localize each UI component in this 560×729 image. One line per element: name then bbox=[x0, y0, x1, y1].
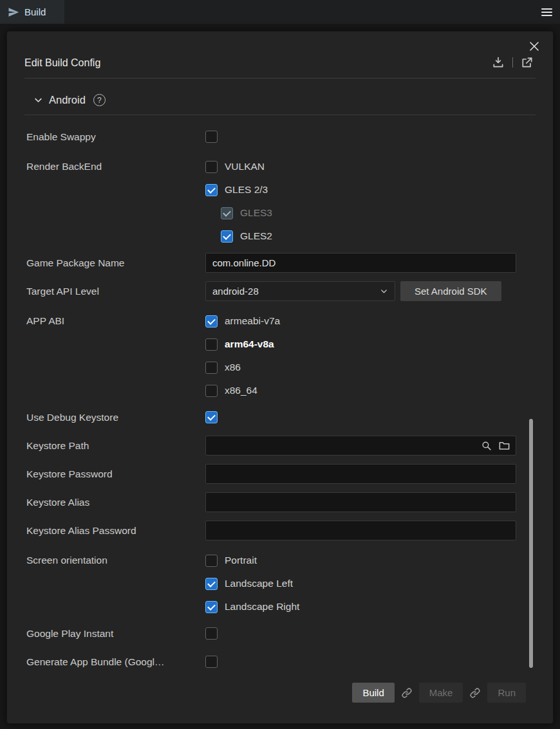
keystore-alias-password-input[interactable] bbox=[205, 521, 516, 540]
row-use-debug-keystore: Use Debug Keystore bbox=[24, 407, 536, 427]
link-icon[interactable] bbox=[469, 687, 481, 699]
option-gles2[interactable]: GLES2 bbox=[221, 225, 536, 248]
generate-app-bundle-checkbox[interactable] bbox=[205, 656, 218, 668]
gles2-checkbox[interactable] bbox=[221, 230, 233, 243]
header-separator bbox=[24, 78, 536, 78]
panel-tab-bar: Build bbox=[0, 0, 560, 24]
row-keystore-alias: Keystore Alias bbox=[24, 492, 536, 512]
row-keystore-path: Keystore Path bbox=[24, 436, 536, 456]
keystore-alias-input[interactable] bbox=[205, 492, 516, 512]
link-icon[interactable] bbox=[401, 687, 413, 699]
row-render-backend: Render BackEnd VULKAN GLES 2/3 GLES3 bbox=[24, 155, 536, 248]
chevron-down-icon bbox=[380, 287, 388, 295]
field-label: Google Play Instant bbox=[24, 623, 205, 643]
field-label: Keystore Alias Password bbox=[24, 521, 205, 540]
x86-64-checkbox[interactable] bbox=[205, 385, 218, 397]
scrollbar-thumb[interactable] bbox=[529, 419, 533, 668]
x86-checkbox[interactable] bbox=[205, 362, 218, 374]
use-debug-keystore-checkbox[interactable] bbox=[205, 411, 218, 423]
edit-build-config-dialog: Edit Build Config Android Enable bbox=[6, 31, 554, 724]
row-target-api-level: Target API Level android-28 Set Android … bbox=[24, 281, 536, 301]
vulkan-checkbox[interactable] bbox=[205, 161, 218, 173]
target-api-level-select[interactable]: android-28 bbox=[205, 281, 395, 301]
option-landscape-right[interactable]: Landscape Right bbox=[205, 595, 536, 618]
landscape-left-checkbox[interactable] bbox=[205, 578, 218, 590]
option-x86[interactable]: x86 bbox=[205, 356, 536, 379]
help-icon[interactable] bbox=[93, 94, 106, 106]
field-label: Keystore Path bbox=[24, 436, 205, 456]
option-armeabi-v7a[interactable]: armeabi-v7a bbox=[205, 309, 536, 333]
dialog-header: Edit Build Config bbox=[7, 32, 553, 78]
row-game-package-name: Game Package Name bbox=[24, 253, 536, 273]
row-generate-app-bundle: Generate App Bundle (Googl… bbox=[24, 652, 536, 672]
chevron-down-icon[interactable] bbox=[33, 95, 43, 105]
build-config-form: Enable Swappy Render BackEnd VULKAN GLES… bbox=[7, 115, 553, 672]
build-button[interactable]: Build bbox=[352, 683, 394, 703]
field-label: APP ABI bbox=[24, 309, 205, 333]
section-header-android[interactable]: Android bbox=[24, 89, 536, 115]
armeabi-v7a-checkbox[interactable] bbox=[205, 315, 218, 328]
keystore-password-input[interactable] bbox=[205, 464, 516, 484]
landscape-right-checkbox[interactable] bbox=[205, 601, 218, 613]
gles23-checkbox[interactable] bbox=[205, 184, 218, 196]
arm64-v8a-checkbox[interactable] bbox=[205, 338, 218, 351]
portrait-checkbox[interactable] bbox=[205, 555, 218, 567]
option-vulkan[interactable]: VULKAN bbox=[205, 155, 536, 178]
field-label: Screen orientation bbox=[24, 549, 205, 572]
tab-build-label: Build bbox=[24, 6, 46, 17]
section-title: Android bbox=[49, 94, 86, 106]
row-keystore-password: Keystore Password bbox=[24, 464, 536, 484]
option-arm64-v8a[interactable]: arm64-v8a bbox=[205, 333, 536, 356]
option-x86-64[interactable]: x86_64 bbox=[205, 379, 536, 402]
panel-menu-button[interactable] bbox=[534, 0, 560, 24]
field-label: Generate App Bundle (Googl… bbox=[24, 652, 205, 672]
enable-swappy-checkbox[interactable] bbox=[205, 131, 218, 143]
set-android-sdk-button[interactable]: Set Android SDK bbox=[400, 281, 501, 301]
close-button[interactable] bbox=[526, 38, 543, 55]
field-label: Target API Level bbox=[24, 281, 205, 301]
game-package-name-input[interactable] bbox=[205, 253, 516, 273]
folder-icon[interactable] bbox=[498, 439, 510, 452]
row-enable-swappy: Enable Swappy bbox=[24, 127, 536, 147]
google-play-instant-checkbox[interactable] bbox=[205, 627, 218, 640]
tab-build[interactable]: Build bbox=[0, 0, 64, 24]
field-label: Game Package Name bbox=[24, 253, 205, 273]
field-label: Enable Swappy bbox=[24, 127, 205, 147]
export-config-icon[interactable] bbox=[521, 56, 534, 69]
search-icon[interactable] bbox=[481, 440, 492, 451]
option-gles23[interactable]: GLES 2/3 bbox=[205, 178, 536, 201]
import-config-icon[interactable] bbox=[492, 56, 505, 69]
field-label: Keystore Password bbox=[24, 464, 205, 484]
option-gles3: GLES3 bbox=[221, 201, 536, 225]
app-window: Build Edit Build Config bbox=[0, 0, 560, 729]
row-keystore-alias-password: Keystore Alias Password bbox=[24, 521, 536, 540]
row-google-play-instant: Google Play Instant bbox=[24, 623, 536, 643]
option-portrait[interactable]: Portrait bbox=[205, 549, 536, 572]
dialog-title: Edit Build Config bbox=[24, 57, 100, 69]
option-landscape-left[interactable]: Landscape Left bbox=[205, 572, 536, 595]
send-plane-icon bbox=[8, 6, 19, 18]
run-button[interactable]: Run bbox=[487, 683, 526, 703]
field-label: Use Debug Keystore bbox=[24, 407, 205, 427]
make-button[interactable]: Make bbox=[419, 683, 463, 703]
dialog-footer: Build Make Run bbox=[352, 683, 526, 703]
field-label: Keystore Alias bbox=[24, 492, 205, 512]
header-icons bbox=[492, 56, 534, 69]
gles3-checkbox bbox=[221, 207, 233, 219]
keystore-path-input[interactable] bbox=[205, 436, 516, 456]
header-divider bbox=[512, 57, 513, 68]
field-label: Render BackEnd bbox=[24, 155, 205, 178]
row-screen-orientation: Screen orientation Portrait Landscape Le… bbox=[24, 549, 536, 618]
row-app-abi: APP ABI armeabi-v7a arm64-v8a x86 bbox=[24, 309, 536, 402]
hamburger-icon bbox=[541, 8, 552, 10]
